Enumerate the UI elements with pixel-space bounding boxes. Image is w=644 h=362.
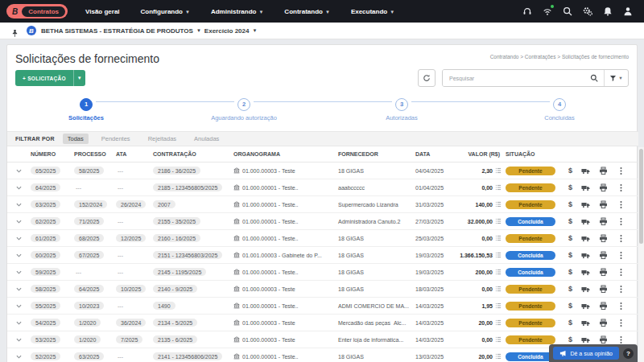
feedback-button[interactable]: Dê a sua opinião <box>553 347 619 360</box>
dollar-icon[interactable]: $ <box>568 319 572 327</box>
search-submit-icon[interactable] <box>584 69 604 87</box>
dollar-icon[interactable]: $ <box>568 234 572 243</box>
kebab-menu-icon[interactable] <box>617 234 625 243</box>
printer-icon[interactable] <box>599 167 608 175</box>
truck-icon[interactable] <box>581 217 590 226</box>
row-expand-chevron-icon[interactable] <box>7 320 28 326</box>
printer-icon[interactable] <box>599 268 608 277</box>
items-list-icon[interactable] <box>495 336 502 343</box>
new-solicitacao-button[interactable]: + SOLICITAÇÃO ▼ <box>15 70 85 86</box>
exercise-selector[interactable]: Exercício 2024 <box>204 27 250 35</box>
table-row[interactable]: 53/2025 1/2020 7/2025 2135 - 6/2025 01.0… <box>7 331 638 348</box>
row-expand-chevron-icon[interactable] <box>7 303 28 309</box>
filter-button[interactable]: ▼ <box>604 69 628 87</box>
kebab-menu-icon[interactable] <box>617 200 625 209</box>
printer-icon[interactable] <box>599 319 608 327</box>
items-list-icon[interactable] <box>495 218 502 224</box>
kebab-menu-icon[interactable] <box>617 285 625 294</box>
dollar-icon[interactable]: $ <box>568 200 572 209</box>
search-icon[interactable] <box>563 6 572 16</box>
new-solicitacao-dropdown[interactable]: ▼ <box>73 70 85 86</box>
truck-icon[interactable] <box>581 234 590 243</box>
kebab-menu-icon[interactable] <box>617 217 625 226</box>
table-row[interactable]: 62/2025 71/2025 --- 2155 - 35/2025 01.00… <box>7 213 638 230</box>
printer-icon[interactable] <box>599 183 608 192</box>
table-row[interactable]: 58/2025 64/2025 10/2025 2140 - 9/2025 01… <box>7 281 638 298</box>
gears-icon[interactable] <box>583 6 592 16</box>
dollar-icon[interactable]: $ <box>568 268 572 277</box>
kebab-menu-icon[interactable] <box>617 251 625 260</box>
menu-visao-geral[interactable]: Visão geral <box>85 8 120 15</box>
table-row[interactable]: 52/2025 63/2025 --- 2141 - 123456806/202… <box>7 348 638 362</box>
printer-icon[interactable] <box>599 251 608 260</box>
truck-icon[interactable] <box>581 302 590 311</box>
row-expand-chevron-icon[interactable] <box>7 185 28 191</box>
vertical-scrollbar[interactable] <box>638 147 644 362</box>
kebab-menu-icon[interactable] <box>617 183 625 192</box>
kebab-menu-icon[interactable] <box>617 167 625 175</box>
truck-icon[interactable] <box>581 200 590 209</box>
table-row[interactable]: 55/2025 10/2023 --- 1490 01.000.00001 - … <box>7 298 638 315</box>
kebab-menu-icon[interactable] <box>617 302 625 311</box>
filter-tab-pendentes[interactable]: Pendentes <box>97 134 135 144</box>
table-row[interactable]: 64/2025 --- --- 2185 - 123456805/2025 01… <box>7 179 638 196</box>
row-expand-chevron-icon[interactable] <box>7 202 28 208</box>
printer-icon[interactable] <box>599 285 608 294</box>
row-expand-chevron-icon[interactable] <box>7 168 28 174</box>
step-aguardando-autorizacao[interactable]: 2 Aguardando autorização <box>165 95 323 121</box>
headset-icon[interactable] <box>522 6 532 16</box>
scrollbar-thumb[interactable] <box>639 149 643 244</box>
pin-icon[interactable] <box>10 27 19 35</box>
items-list-icon[interactable] <box>495 319 502 326</box>
table-row[interactable]: 60/2025 67/2025 --- 2151 - 123456803/202… <box>7 247 638 264</box>
refresh-button[interactable] <box>418 69 436 87</box>
items-list-icon[interactable] <box>495 167 502 174</box>
kebab-menu-icon[interactable] <box>617 319 625 327</box>
kebab-menu-icon[interactable] <box>617 268 625 277</box>
menu-executando[interactable]: Executando▼ <box>351 8 394 15</box>
user-icon[interactable] <box>623 6 633 16</box>
printer-icon[interactable] <box>599 217 608 226</box>
help-button[interactable]: ? <box>623 348 634 359</box>
truck-icon[interactable] <box>581 268 590 277</box>
printer-icon[interactable] <box>599 302 608 311</box>
row-expand-chevron-icon[interactable] <box>7 286 28 292</box>
truck-icon[interactable] <box>581 183 590 192</box>
row-expand-chevron-icon[interactable] <box>7 354 28 360</box>
printer-icon[interactable] <box>599 200 608 209</box>
step-concluidas[interactable]: 4 Concluídas <box>481 95 638 121</box>
items-list-icon[interactable] <box>495 201 502 208</box>
menu-contratando[interactable]: Contratando▼ <box>284 8 330 15</box>
items-list-icon[interactable] <box>495 252 502 258</box>
items-list-icon[interactable] <box>495 286 502 292</box>
step-solicitacoes[interactable]: 1 Solicitações <box>7 95 165 121</box>
menu-configurando[interactable]: Configurando▼ <box>141 8 190 15</box>
dollar-icon[interactable]: $ <box>568 302 572 311</box>
table-row[interactable]: 54/2025 1/2020 36/2024 2134 - 5/2025 01.… <box>7 315 638 331</box>
step-autorizadas[interactable]: 3 Autorizadas <box>323 95 481 121</box>
items-list-icon[interactable] <box>495 302 502 309</box>
app-logo[interactable]: B Contratos <box>6 4 68 19</box>
search-input[interactable] <box>443 70 584 86</box>
items-list-icon[interactable] <box>495 235 502 241</box>
row-expand-chevron-icon[interactable] <box>7 253 28 258</box>
kebab-menu-icon[interactable] <box>617 335 625 344</box>
printer-icon[interactable] <box>599 234 608 243</box>
truck-icon[interactable] <box>581 335 590 344</box>
table-row[interactable]: 61/2025 68/2025 12/2025 2160 - 16/2025 0… <box>7 230 638 247</box>
items-list-icon[interactable] <box>495 184 502 191</box>
dollar-icon[interactable]: $ <box>568 167 572 175</box>
breadcrumb[interactable]: Contratando > Contratações > Solicitaçõe… <box>490 54 629 60</box>
table-row[interactable]: 63/2025 152/2024 26/2024 2007 01.000.000… <box>7 196 638 213</box>
row-expand-chevron-icon[interactable] <box>7 236 28 241</box>
dollar-icon[interactable]: $ <box>568 217 572 226</box>
dollar-icon[interactable]: $ <box>568 335 572 344</box>
dollar-icon[interactable]: $ <box>568 251 572 260</box>
items-list-icon[interactable] <box>495 269 502 275</box>
menu-administrando[interactable]: Administrando▼ <box>211 8 263 15</box>
table-row[interactable]: 59/2025 --- --- 2145 - 1195/2025 01.000.… <box>7 264 638 281</box>
filter-tab-todas[interactable]: Todas <box>63 134 89 144</box>
truck-icon[interactable] <box>581 319 590 327</box>
truck-icon[interactable] <box>581 285 590 294</box>
row-expand-chevron-icon[interactable] <box>7 269 28 275</box>
